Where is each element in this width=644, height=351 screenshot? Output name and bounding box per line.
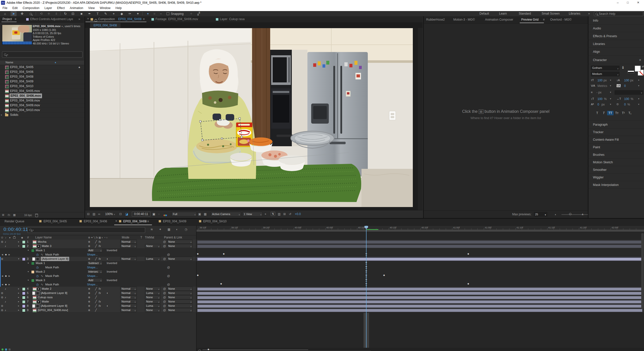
tab-footage[interactable]: Footage EP03_004_SH06.mov xyxy=(155,17,198,21)
project-item-label[interactable]: EP03_004_SH05.mov xyxy=(10,89,40,93)
layer-lane-3[interactable] xyxy=(196,257,644,261)
layer-row-7[interactable]: ♪▸7Matte⊕╱fxNormal∨None∨@None∨ xyxy=(0,299,196,304)
property-value[interactable]: Shape... xyxy=(87,274,98,278)
project-row-ep03-004-sh09[interactable]: EP03_004_SH09 xyxy=(0,79,84,84)
quality-switch-icon[interactable]: ╱ xyxy=(95,257,97,261)
panel-character[interactable]: Character ≡ xyxy=(588,56,644,64)
blend-mode-select[interactable]: Normal∨ xyxy=(120,244,137,248)
keyframe-icon[interactable]: ◆ xyxy=(197,253,199,255)
rotation-tool-icon[interactable]: ↻ xyxy=(62,11,68,16)
mask-color-chip[interactable] xyxy=(31,279,34,282)
pickwhip-icon[interactable]: @ xyxy=(167,265,170,270)
property-lane[interactable]: ◆◆ xyxy=(196,282,644,287)
timeline-tab-ep03-004-sh09[interactable]: EP03_004_SH09 xyxy=(163,220,186,223)
shy-switch-icon[interactable]: ⊕ xyxy=(88,257,90,261)
quality-switch-icon[interactable]: ╱ xyxy=(95,308,97,312)
composition-viewport[interactable] xyxy=(90,28,418,210)
mask-lane[interactable] xyxy=(196,248,644,253)
expander-icon[interactable]: ▾ xyxy=(18,257,19,261)
comp-panel-menu-icon[interactable]: ≡ xyxy=(143,17,145,21)
pickwhip-icon[interactable]: @ xyxy=(163,244,166,248)
parent-select[interactable]: None∨ xyxy=(167,240,193,244)
expander-icon[interactable]: ▾ xyxy=(18,244,19,248)
black-white-swatch[interactable] xyxy=(628,71,634,73)
new-composition-icon[interactable]: ▦ xyxy=(13,213,16,217)
pickwhip-icon[interactable]: @ xyxy=(167,282,170,287)
add-keyframe-icon[interactable]: ◆ xyxy=(5,282,7,287)
faux-style-4[interactable]: T¹ xyxy=(620,111,627,115)
layer-duration-bar[interactable] xyxy=(197,245,642,248)
workspace-small-screen[interactable]: Small Screen xyxy=(542,12,559,15)
pickwhip-icon[interactable]: @ xyxy=(163,304,166,308)
current-time-indicator[interactable] xyxy=(366,226,367,351)
column-layer-name[interactable]: Layer Name xyxy=(35,236,52,239)
view-axis-mode-icon[interactable]: ⌁ xyxy=(158,11,164,16)
timeline-tab-ep03-004-sh10[interactable]: EP03_004_SH10 xyxy=(203,220,227,223)
home-tool-icon[interactable]: ⌂ xyxy=(2,11,8,16)
project-item-label[interactable]: EP03_004_SH06.mov xyxy=(10,93,42,98)
panel-motion-sketch[interactable]: Motion Sketch xyxy=(588,159,644,166)
thumb-size-large-icon[interactable]: ▲ xyxy=(581,212,584,216)
panel-wiggler[interactable]: Wiggler xyxy=(588,174,644,181)
hand-tool-icon[interactable]: ✥ xyxy=(19,11,25,16)
blend-mode-select[interactable]: Normal∨ xyxy=(120,291,137,295)
time-ruler[interactable]: 39:10f39:15f39:20f40:00f40:05f40:10f40:1… xyxy=(196,226,644,230)
work-area-bar[interactable] xyxy=(196,230,644,232)
panel-paragraph[interactable]: Paragraph xyxy=(588,121,644,128)
expander-icon[interactable]: ▸ xyxy=(18,308,19,312)
region-of-interest-icon[interactable]: ⊡ xyxy=(119,212,122,216)
horizontal-scale-value[interactable]: 100 xyxy=(624,97,629,101)
faux-style-2[interactable]: TT xyxy=(607,111,614,115)
workspace-overflow-icon[interactable]: » xyxy=(588,12,590,15)
mask-mode-select[interactable]: Add∨ xyxy=(87,278,103,282)
vertical-scale-value[interactable]: 100 xyxy=(597,97,602,101)
timeline-tab-ep03-004-sh06[interactable]: EP03_004_SH06 xyxy=(84,220,107,223)
expander-icon[interactable]: ▸ xyxy=(18,287,19,291)
trash-icon[interactable] xyxy=(35,214,38,217)
mask-mode-select[interactable]: Intersec∨ xyxy=(87,270,103,274)
eye-icon[interactable]: ⊙ xyxy=(1,257,3,261)
interpret-footage-icon[interactable]: ⊞ xyxy=(2,213,4,217)
font-style-select[interactable]: Medium∨ xyxy=(591,72,620,76)
layer-lane-1[interactable] xyxy=(196,240,644,244)
blend-mode-select[interactable]: Normal∨ xyxy=(120,295,137,299)
property-value[interactable]: Shape... xyxy=(87,253,98,257)
project-item-label[interactable]: EP03_004_SH10 xyxy=(10,84,33,89)
keyframe-icon[interactable]: ◆ xyxy=(220,282,222,285)
trkmat-select[interactable]: Luma∨ xyxy=(145,291,160,295)
clone-stamp-tool-icon[interactable]: ⌖ xyxy=(111,11,117,16)
property-row[interactable]: ◀ ◆ ▶◷∿Mask PathShape...@ xyxy=(0,253,196,257)
next-keyframe-icon[interactable]: ▶ xyxy=(9,253,10,257)
parent-select[interactable]: None∨ xyxy=(167,291,193,295)
expander-icon[interactable]: ▾ xyxy=(28,261,29,265)
snap-options-icon[interactable]: ✧ xyxy=(188,11,194,16)
graph-icon[interactable]: ∿ xyxy=(41,282,43,287)
panel-info[interactable]: Info xyxy=(588,17,644,24)
layer-lane-6[interactable] xyxy=(196,295,644,300)
blend-mode-select[interactable]: Normal∨ xyxy=(120,287,137,291)
blend-mode-select[interactable]: Normal∨ xyxy=(120,240,137,244)
layer-lane-8[interactable] xyxy=(196,304,644,308)
tab-render-queue[interactable]: Render Queue xyxy=(5,220,24,223)
project-row-ep03-004-sh08[interactable]: EP03_004_SH08 xyxy=(0,74,84,79)
roto-brush-tool-icon[interactable]: ✑ xyxy=(127,11,133,16)
menu-file[interactable]: File xyxy=(0,6,10,11)
layer-row-4[interactable]: ♪▸4Matte 2⊕╱fxNormal∨None∨@None∨ xyxy=(0,287,196,291)
mask-name[interactable]: Mask 1 xyxy=(36,261,45,265)
layer-name[interactable]: [Adjustment Layer 8] xyxy=(41,304,67,308)
timeline-tab-ep03-004-sh05[interactable]: EP03_004_SH05 xyxy=(44,220,67,223)
quality-switch-icon[interactable]: ╱ xyxy=(95,287,97,291)
layer-duration-bar[interactable] xyxy=(197,240,642,244)
mask-color-chip[interactable] xyxy=(31,262,34,265)
transparency-grid-icon[interactable]: ▣ xyxy=(198,212,201,216)
puppet-pin-tool-icon[interactable]: ✦ xyxy=(135,11,141,16)
layer-name[interactable]: Matte 2 xyxy=(42,287,51,291)
mask-lane[interactable] xyxy=(196,278,644,283)
swap-fill-stroke-icon[interactable]: ⇄ xyxy=(642,65,644,68)
prev-keyframe-icon[interactable]: ◀ xyxy=(2,274,3,278)
menu-effect[interactable]: Effect xyxy=(55,6,67,11)
property-name[interactable]: Mask Path xyxy=(45,274,59,278)
project-item-label[interactable]: Solids xyxy=(10,113,18,117)
pickwhip-icon[interactable]: @ xyxy=(163,287,166,291)
pickwhip-icon[interactable]: @ xyxy=(167,274,170,278)
